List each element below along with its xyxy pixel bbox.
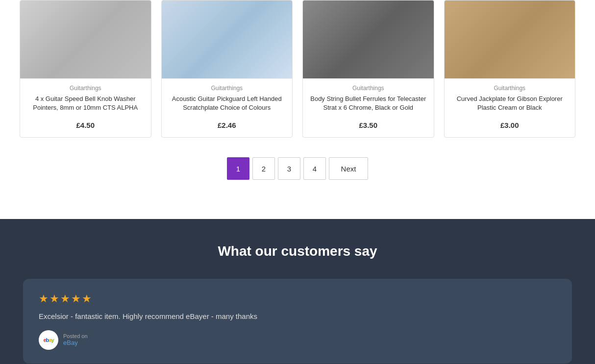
products-section: Guitarthings 4 x Guitar Speed Bell Knob … bbox=[0, 0, 595, 219]
product-image-placeholder-2 bbox=[303, 0, 434, 78]
product-title-2: Body String Bullet Ferrules for Telecast… bbox=[303, 95, 434, 112]
product-price-2: £3.50 bbox=[359, 121, 377, 129]
review-source: ebay Posted on eBay bbox=[39, 330, 556, 350]
product-price-1: £2.46 bbox=[218, 121, 236, 129]
ebay-link[interactable]: eBay bbox=[63, 339, 88, 346]
product-image-1 bbox=[162, 0, 293, 79]
reviews-section: What our customers say ★ ★ ★ ★ ★ Excelsi… bbox=[0, 219, 595, 364]
product-brand-2: Guitarthings bbox=[352, 85, 384, 92]
product-title-3: Curved Jackplate for Gibson Explorer Pla… bbox=[445, 95, 575, 112]
product-image-placeholder-1 bbox=[162, 0, 293, 78]
reviews-title: What our customers say bbox=[20, 243, 575, 259]
product-card-1[interactable]: Guitarthings Acoustic Guitar Pickguard L… bbox=[161, 0, 293, 138]
product-image-3 bbox=[445, 0, 575, 79]
product-image-0 bbox=[20, 0, 151, 79]
product-title-0: 4 x Guitar Speed Bell Knob Washer Pointe… bbox=[20, 95, 151, 112]
star-1: ★ bbox=[39, 292, 49, 305]
page-1-button[interactable]: 1 bbox=[227, 157, 249, 180]
product-card-3[interactable]: Guitarthings Curved Jackplate for Gibson… bbox=[444, 0, 576, 138]
product-price-3: £3.00 bbox=[500, 121, 519, 129]
product-card-0[interactable]: Guitarthings 4 x Guitar Speed Bell Knob … bbox=[20, 0, 151, 138]
page-3-button[interactable]: 3 bbox=[278, 157, 300, 180]
star-3: ★ bbox=[60, 292, 70, 305]
star-rating: ★ ★ ★ ★ ★ bbox=[39, 292, 556, 305]
product-image-placeholder-3 bbox=[445, 0, 575, 78]
review-text: Excelsior - fantastic item. Highly recom… bbox=[39, 311, 556, 322]
star-5: ★ bbox=[82, 292, 92, 305]
review-card: ★ ★ ★ ★ ★ Excelsior - fantastic item. Hi… bbox=[23, 279, 572, 364]
posted-on-info: Posted on eBay bbox=[63, 333, 88, 346]
ebay-logo-text: ebay bbox=[43, 337, 53, 343]
product-title-1: Acoustic Guitar Pickguard Left Handed Sc… bbox=[162, 95, 293, 112]
product-brand-3: Guitarthings bbox=[494, 85, 525, 92]
page-4-button[interactable]: 4 bbox=[303, 157, 326, 180]
product-card-2[interactable]: Guitarthings Body String Bullet Ferrules… bbox=[302, 0, 434, 138]
next-page-button[interactable]: Next bbox=[329, 157, 368, 180]
page-2-button[interactable]: 2 bbox=[252, 157, 275, 180]
products-grid: Guitarthings 4 x Guitar Speed Bell Knob … bbox=[20, 0, 575, 138]
posted-label: Posted on bbox=[63, 333, 88, 339]
star-4: ★ bbox=[71, 292, 81, 305]
product-image-placeholder-0 bbox=[20, 0, 151, 78]
pagination: 1 2 3 4 Next bbox=[20, 157, 575, 180]
product-brand-0: Guitarthings bbox=[70, 85, 101, 92]
star-2: ★ bbox=[50, 292, 59, 305]
product-brand-1: Guitarthings bbox=[211, 85, 243, 92]
product-price-0: £4.50 bbox=[76, 121, 95, 129]
ebay-logo: ebay bbox=[39, 330, 58, 350]
product-image-2 bbox=[303, 0, 434, 79]
